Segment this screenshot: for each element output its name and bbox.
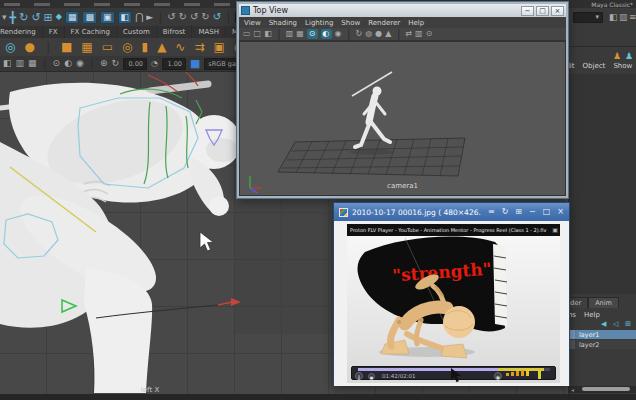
snap-magnet-icon-3[interactable]: ↺ (213, 12, 221, 22)
tv-select-icon[interactable]: ▭ (243, 30, 251, 38)
layer-row-layer2[interactable]: layer2 (569, 340, 636, 349)
new-layer-icon-2[interactable]: ◁ (613, 321, 618, 328)
video-menu-icon[interactable]: ≡ (488, 208, 495, 216)
lasso-tool-icon[interactable]: ↺ (31, 12, 40, 23)
shelf-tab-custom[interactable]: Custom (117, 26, 157, 38)
tv-move-icon[interactable]: □ (254, 30, 262, 38)
pause-button[interactable]: ‖ (355, 372, 363, 380)
tv-textured-icon[interactable]: ◐ (321, 29, 332, 39)
shelf-cylinder-icon[interactable]: ▮ (142, 41, 149, 53)
vp-gear-icon[interactable]: ⊛ (100, 59, 108, 68)
dock-scrollbar[interactable]: ◂ (569, 386, 636, 393)
shelf-tab-fx-caching[interactable]: FX Caching (65, 26, 117, 38)
history-caret-icon[interactable]: ▾ (2, 13, 7, 22)
dock-sidebar-icon-1[interactable]: ◧ (609, 13, 618, 22)
panel-menu-lighting[interactable]: Lighting (305, 19, 333, 27)
channel-box-menu-object[interactable]: Object (583, 62, 606, 70)
animation-controls-icon[interactable]: ♟ (625, 52, 633, 61)
character-controls-icon[interactable]: ♟ (613, 52, 621, 61)
topview-window[interactable]: Top View − □ × View Shading Lighting Sho… (237, 2, 568, 198)
shelf-tab-mash[interactable]: MASH (192, 26, 226, 38)
volume-bar-2[interactable] (511, 372, 514, 376)
shelf-cone-icon[interactable]: ▲ (157, 41, 166, 53)
shelf-box-icon[interactable]: ▣ (213, 41, 224, 53)
volume-bar-5[interactable] (526, 369, 529, 376)
shelf-torus-icon[interactable]: ◎ (122, 41, 132, 53)
panel-menu-renderer[interactable]: Renderer (368, 19, 400, 27)
shelf-arrows-icon[interactable]: ⇉ (194, 41, 204, 53)
tv-xray-icon[interactable]: ▥ (415, 30, 423, 38)
tv-shaded-icon[interactable]: ⊙ (307, 29, 318, 39)
video-frame[interactable]: "strength" (347, 236, 560, 383)
video-close-button[interactable]: × (557, 208, 564, 216)
vp-shade-icon[interactable]: ◐ (64, 59, 72, 68)
video-fullscreen-icon[interactable]: ⊞ (515, 208, 522, 216)
shelf-tab-rendering[interactable]: Rendering (0, 26, 43, 38)
redo-curve-icon[interactable]: ↻ (179, 12, 187, 22)
layer-row-layer1[interactable]: layer1 (569, 330, 636, 339)
tv-aa-icon[interactable]: ▲ (385, 30, 391, 38)
video-titlebar[interactable]: 2010-10-17 00016.jpg ( 480×426... ≡ ↻ ⊞ … (334, 203, 569, 221)
scale-tool-icon[interactable]: ⊞ (44, 12, 53, 23)
shelf-grid-icon[interactable]: ▦ (81, 41, 92, 53)
move-tool-icon[interactable]: ╋ (10, 12, 17, 23)
shelf-persp-icon[interactable]: ◎ (5, 41, 15, 53)
dock-sidebar-icon-3[interactable]: ≡ (629, 13, 636, 22)
shelf-plane-icon[interactable]: ▭ (102, 41, 113, 53)
tv-isolate-icon[interactable]: ⇄ (405, 30, 412, 38)
video-minimize-button[interactable]: − (529, 208, 536, 216)
workspace-label[interactable]: Maya Classic* (591, 1, 633, 8)
exposure-field[interactable]: 0.00 (123, 58, 147, 70)
dock-dropdown[interactable]: ▾ (573, 12, 603, 23)
video-refresh-icon[interactable]: ↻ (502, 208, 509, 216)
player-strip-button[interactable]: ▣ (552, 227, 558, 233)
vp-refresh-icon[interactable]: ↻ (111, 59, 119, 68)
new-layer-icon-1[interactable]: ◀ (601, 321, 606, 328)
shelf-tab-bifrost[interactable]: Bifrost (157, 26, 193, 38)
construction-history-icon[interactable]: ↺ (167, 12, 175, 22)
topview-character[interactable] (352, 72, 392, 147)
maximize-button[interactable]: □ (536, 6, 549, 16)
shelf-helix-icon[interactable]: ∿ (175, 41, 185, 53)
vp-texture-icon[interactable]: ◉ (76, 59, 84, 68)
tv-layout1-icon[interactable]: ▥ (286, 30, 294, 38)
minimize-button[interactable]: − (521, 6, 534, 16)
shelf-tab-fx[interactable]: FX (43, 26, 65, 38)
vp-layout-icon[interactable]: ▥ (16, 59, 25, 68)
rotate-tool-icon[interactable]: ↻ (19, 12, 28, 23)
tv-camera-icon[interactable]: ⊙ (426, 30, 433, 38)
dock-sidebar-icon-2[interactable]: ▥ (619, 13, 628, 22)
topview-titlebar[interactable]: Top View − □ × (239, 4, 566, 17)
tv-lights-icon[interactable]: ↻ (356, 30, 363, 38)
panel-menu-shading[interactable]: Shading (269, 19, 297, 27)
tv-ao-icon[interactable]: ● (375, 30, 382, 38)
layer-menu-help[interactable]: Help (584, 311, 600, 319)
tv-rotate-icon[interactable]: ◧ (264, 30, 272, 38)
mute-button[interactable]: ◉ (494, 372, 502, 380)
gamma-field[interactable]: 1.00 (162, 58, 186, 70)
volume-bar-4[interactable] (521, 370, 524, 376)
vp-light-icon[interactable]: ⊙ (53, 59, 61, 68)
vp-grid-icon[interactable]: ▦ (28, 59, 37, 68)
new-layer-icon-3[interactable]: ⊞ (625, 321, 631, 328)
colorspace-swatch-icon[interactable]: ■ (190, 58, 200, 69)
tab-anim[interactable]: Anim (588, 297, 619, 308)
shelf-cube-icon[interactable]: ■ (61, 41, 72, 53)
panel-menu-show[interactable]: Show (341, 19, 360, 27)
vp-select-icon[interactable]: ◧ (3, 59, 12, 68)
snap-magnet-icon-2[interactable]: ↻ (201, 12, 209, 22)
tv-layout2-icon[interactable]: ▦ (296, 30, 304, 38)
shelf-sphere-icon[interactable]: ● (24, 41, 34, 53)
tv-shadows-icon[interactable]: ◍ (365, 30, 372, 38)
snap-view-icon[interactable]: ◧ (118, 11, 133, 24)
close-button[interactable]: × (551, 6, 564, 16)
topview-viewport[interactable]: camera1 (239, 41, 566, 196)
panel-menu-help[interactable]: Help (408, 19, 424, 27)
tv-wireframe-icon[interactable]: ◉ (335, 30, 342, 38)
panel-menu-view[interactable]: View (244, 19, 261, 27)
snap-grid-icon[interactable]: ▦ (65, 11, 80, 24)
stop-button[interactable]: ● (368, 373, 375, 380)
select-cursor-icon[interactable]: ► (146, 13, 153, 22)
snap-curve-icon[interactable]: ▩ (82, 11, 97, 24)
volume-bar-3[interactable] (516, 371, 519, 376)
